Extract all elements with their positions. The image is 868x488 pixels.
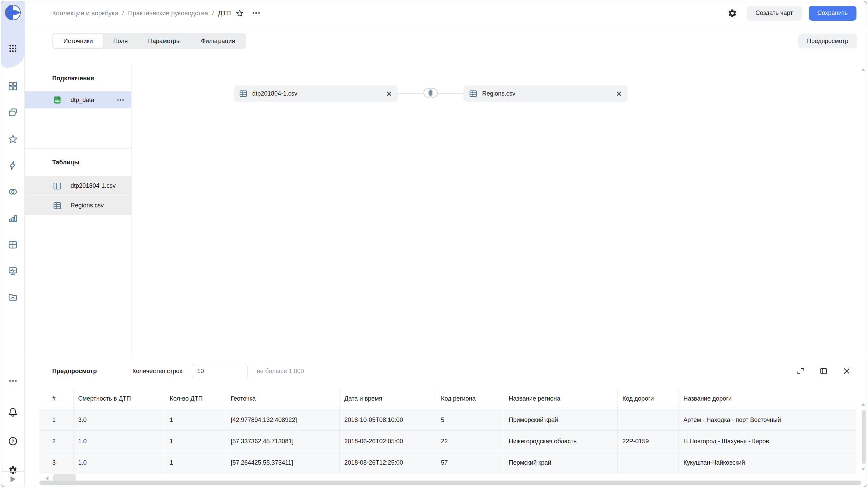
- table-cell: 2: [39, 431, 73, 452]
- dataset-settings-gear-icon[interactable]: [728, 8, 737, 18]
- breadcrumb: Коллекции и воркбуки / Практические руко…: [52, 9, 231, 17]
- scroll-left-icon[interactable]: [45, 476, 48, 481]
- toolbar: Источники Поля Параметры Фильтрация Пред…: [24, 25, 867, 66]
- tab-sources[interactable]: Источники: [53, 34, 103, 48]
- expand-sidebar-icon[interactable]: [11, 476, 16, 482]
- create-chart-button[interactable]: Создать чарт: [747, 6, 802, 21]
- sources-panel: Подключения dtp_data Таблицы dtp201804-1…: [24, 66, 132, 354]
- close-preview-icon[interactable]: [842, 367, 851, 375]
- table-item-dtp201804[interactable]: dtp201804-1.csv: [24, 176, 131, 196]
- preview-table-head-row: #Смертность в ДТПКол-во ДТПГеоточкаДата …: [39, 388, 856, 409]
- remove-source-icon[interactable]: [616, 91, 622, 96]
- table-cell: 3: [39, 452, 73, 473]
- table-cell: [57.337362,45.713081]: [226, 431, 339, 452]
- tab-fields[interactable]: Поля: [103, 34, 138, 48]
- table-cell: 2018-08-26T12:25:00: [339, 452, 436, 473]
- page-hscroll-thumb[interactable]: [39, 481, 861, 485]
- connection-more-icon[interactable]: [117, 99, 124, 101]
- dashboard-table-icon[interactable]: [1, 240, 24, 250]
- more-actions-icon[interactable]: [253, 12, 260, 14]
- table-name: Regions.csv: [71, 202, 104, 209]
- table-cell: 1: [165, 431, 226, 452]
- preview-scroll-down-icon[interactable]: [861, 468, 865, 471]
- more-dots-icon[interactable]: [1, 376, 24, 386]
- rows-count-label: Количество строк:: [132, 368, 184, 375]
- preview-table-body: 13.01[42.977894,132.408922]2018-10-05T08…: [39, 409, 856, 473]
- table-cell: [617, 409, 678, 431]
- breadcrumb-current: ДТП: [218, 9, 231, 17]
- table-cell: Кукуштан-Чайковский: [678, 452, 856, 473]
- help-icon[interactable]: ?: [1, 436, 24, 446]
- table-row: 31.01[57.264425,55.373411]2018-08-26T12:…: [39, 452, 856, 473]
- bolt-connections-icon[interactable]: [1, 160, 24, 170]
- column-header: Название дороги: [678, 388, 856, 409]
- header-bar: Коллекции и воркбуки / Практические руко…: [24, 1, 867, 25]
- column-header: Кол-во ДТП: [165, 388, 226, 409]
- remove-source-icon[interactable]: [387, 91, 392, 96]
- table-cell: 1: [39, 409, 73, 431]
- table-icon: [53, 182, 62, 190]
- apps-grid-icon[interactable]: [1, 43, 24, 54]
- table-cell: 5: [436, 409, 504, 431]
- table-cell: 2018-10-05T08:10:00: [339, 409, 436, 431]
- preview-panel: Предпросмотр Количество строк: не больше…: [24, 354, 867, 487]
- source-node-label: Regions.csv: [482, 90, 515, 97]
- table-cell: 3.0: [73, 409, 165, 431]
- venn-datasets-icon[interactable]: [1, 187, 24, 197]
- split-panel-icon[interactable]: [819, 367, 828, 375]
- table-cell: 2018-06-26T02:05:00: [339, 431, 436, 452]
- table-cell: 22Р-0159: [617, 431, 678, 452]
- favorite-star-icon[interactable]: [236, 9, 244, 17]
- table-item-regions[interactable]: Regions.csv: [24, 196, 131, 215]
- monitor-pulse-icon[interactable]: [1, 266, 24, 276]
- expand-preview-icon[interactable]: [796, 367, 805, 375]
- squares-board-icon[interactable]: [1, 81, 24, 91]
- table-name: dtp201804-1.csv: [71, 182, 116, 189]
- connections-section-title: Подключения: [24, 66, 131, 92]
- rows-count-hint: не больше 1 000: [257, 368, 304, 375]
- column-header: Геоточка: [226, 388, 339, 409]
- source-node-regions[interactable]: Regions.csv: [463, 85, 628, 102]
- breadcrumb-guides[interactable]: Практические руководства: [128, 9, 208, 17]
- table-cell: Приморский край: [504, 409, 617, 431]
- column-header: Код региона: [436, 388, 504, 409]
- table-cell: Н.Новгород - Шахунья - Киров: [678, 431, 856, 452]
- save-button[interactable]: Сохранить: [809, 6, 856, 21]
- inner-join-venn-icon[interactable]: [422, 86, 439, 101]
- tab-filtering[interactable]: Фильтрация: [191, 34, 245, 48]
- table-cell: 1: [165, 452, 226, 473]
- table-cell: 22: [436, 431, 504, 452]
- preview-toggle-button[interactable]: Предпросмотр: [798, 34, 857, 48]
- nav-rail: ?: [1, 1, 25, 487]
- collections-stack-icon[interactable]: [1, 107, 24, 118]
- source-node-dtp201804[interactable]: dtp201804-1.csv: [234, 85, 398, 102]
- table-icon: [469, 89, 477, 98]
- table-cell: 1.0: [73, 431, 165, 452]
- breadcrumb-separator: /: [122, 9, 124, 17]
- breadcrumb-collections[interactable]: Коллекции и воркбуки: [52, 9, 118, 17]
- bell-icon[interactable]: [1, 407, 24, 417]
- table-cell: [57.264425,55.373411]: [226, 452, 339, 473]
- folder-export-icon[interactable]: [1, 292, 24, 303]
- rail-footer: [1, 471, 24, 487]
- tab-parameters[interactable]: Параметры: [138, 34, 191, 48]
- column-header: Код дороги: [617, 388, 678, 409]
- preview-scroll-up-icon[interactable]: [861, 403, 865, 406]
- table-row: 13.01[42.977894,132.408922]2018-10-05T08…: [39, 409, 856, 431]
- favorites-star-icon[interactable]: [1, 134, 24, 144]
- table-icon: [53, 201, 62, 210]
- breadcrumb-separator: /: [212, 9, 214, 17]
- rows-count-input[interactable]: [192, 364, 248, 378]
- table-icon: [239, 89, 248, 98]
- connection-item-dtp-data[interactable]: dtp_data: [24, 92, 131, 108]
- table-row: 21.01[57.337362,45.713081]2018-06-26T02:…: [39, 431, 856, 452]
- datalens-logo-icon[interactable]: [1, 5, 24, 20]
- app-window: ? Коллекции и воркбуки / Практические ру…: [1, 1, 867, 487]
- bar-chart-icon[interactable]: [1, 213, 24, 223]
- vscroll-thumb[interactable]: [862, 410, 866, 464]
- table-cell: [42.977894,132.408922]: [226, 409, 339, 431]
- preview-table: #Смертность в ДТПКол-во ДТПГеоточкаДата …: [39, 388, 856, 473]
- canvas-scroll-up-icon[interactable]: [861, 68, 865, 71]
- connections-list-spacer: [24, 108, 131, 149]
- column-header: Название региона: [504, 388, 617, 409]
